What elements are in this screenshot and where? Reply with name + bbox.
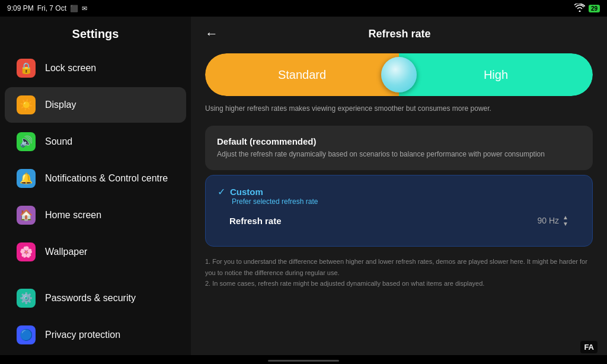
back-button[interactable]: ← xyxy=(205,26,218,41)
custom-option-header: ✓ Custom xyxy=(218,186,580,197)
panel-title: Refresh rate xyxy=(230,28,569,40)
sidebar: Settings 🔒 Lock screen ☀️ Display 🔊 Soun… xyxy=(0,17,191,355)
sidebar-item-notifications[interactable]: 🔔 Notifications & Control centre xyxy=(5,161,186,196)
sidebar-item-home-screen[interactable]: 🏠 Home screen xyxy=(5,197,186,233)
wifi-icon xyxy=(574,4,585,14)
toggle-knob xyxy=(381,57,417,92)
home-icon: 🏠 xyxy=(17,206,36,225)
refresh-rate-row: Refresh rate 90 Hz ▲▼ xyxy=(218,206,580,235)
sidebar-item-label: Home screen xyxy=(45,210,101,221)
default-option-desc: Adjust the refresh rate dynamically base… xyxy=(217,149,581,159)
watermark: FA xyxy=(580,341,598,353)
passwords-icon: ⚙️ xyxy=(17,289,36,308)
refresh-rate-label: Refresh rate xyxy=(229,216,282,226)
sidebar-item-label: Notifications & Control centre xyxy=(45,173,168,184)
sidebar-item-label: Wallpaper xyxy=(45,247,87,257)
sidebar-item-label: Sound xyxy=(45,136,72,147)
scroll-indicator xyxy=(268,360,339,362)
sidebar-item-passwords[interactable]: ⚙️ Passwords & security xyxy=(5,280,186,316)
sidebar-item-sound[interactable]: 🔊 Sound xyxy=(5,124,186,159)
sidebar-item-label: Display xyxy=(45,100,76,110)
status-bar-right: 29 xyxy=(574,4,600,14)
notify-icon: ⬛ xyxy=(70,5,78,12)
sidebar-title: Settings xyxy=(0,21,191,50)
sidebar-item-privacy[interactable]: 🔵 Privacy protection xyxy=(5,317,186,353)
high-label: High xyxy=(484,68,508,82)
custom-option-card[interactable]: ✓ Custom Prefer selected refresh rate Re… xyxy=(205,175,593,247)
sidebar-item-label: Privacy protection xyxy=(45,330,120,340)
sidebar-item-label: Passwords & security xyxy=(45,293,136,304)
info-line-2: 2. In some cases, refresh rate might be … xyxy=(205,278,593,289)
sidebar-item-label: Lock screen xyxy=(45,63,96,74)
rate-toggle[interactable]: Standard High xyxy=(205,53,593,96)
wallpaper-icon: 🌸 xyxy=(17,242,36,261)
time-display: 9:09 PM xyxy=(7,4,34,12)
stepper-arrows[interactable]: ▲▼ xyxy=(563,214,568,227)
main-content: Settings 🔒 Lock screen ☀️ Display 🔊 Soun… xyxy=(0,17,607,355)
sound-icon: 🔊 xyxy=(17,132,36,151)
standard-option[interactable]: Standard xyxy=(205,53,399,96)
lock-icon: 🔒 xyxy=(17,59,36,78)
custom-option-desc: Prefer selected refresh rate xyxy=(232,197,580,206)
info-text: 1. For you to understand the difference … xyxy=(205,256,593,289)
default-option-title: Default (recommended) xyxy=(217,136,581,146)
sidebar-item-lock-screen[interactable]: 🔒 Lock screen xyxy=(5,50,186,86)
right-panel: ← Refresh rate Standard High Using highe… xyxy=(191,17,607,355)
panel-header: ← Refresh rate xyxy=(205,26,593,41)
date-display: Fri, 7 Oct xyxy=(37,4,66,12)
refresh-rate-number: 90 Hz xyxy=(538,216,560,225)
default-option-card[interactable]: Default (recommended) Adjust the refresh… xyxy=(205,126,593,170)
privacy-icon: 🔵 xyxy=(17,325,36,344)
status-bar-left: 9:09 PM Fri, 7 Oct ⬛ ✉ xyxy=(7,4,87,12)
toggle-hint: Using higher refresh rates makes viewing… xyxy=(205,103,593,114)
custom-option-title: Custom xyxy=(230,187,263,197)
high-option[interactable]: High xyxy=(399,53,593,96)
standard-label: Standard xyxy=(278,68,326,82)
notifications-icon: 🔔 xyxy=(17,169,36,188)
info-line-1: 1. For you to understand the difference … xyxy=(205,256,593,278)
status-bar: 9:09 PM Fri, 7 Oct ⬛ ✉ 29 xyxy=(0,0,607,17)
refresh-rate-value: 90 Hz ▲▼ xyxy=(538,214,568,227)
battery-icon: 29 xyxy=(589,5,600,12)
display-icon: ☀️ xyxy=(17,95,36,114)
sidebar-item-display[interactable]: ☀️ Display xyxy=(5,87,186,123)
checkmark-icon: ✓ xyxy=(218,186,225,197)
sidebar-item-wallpaper[interactable]: 🌸 Wallpaper xyxy=(5,234,186,270)
message-icon: ✉ xyxy=(82,5,87,12)
